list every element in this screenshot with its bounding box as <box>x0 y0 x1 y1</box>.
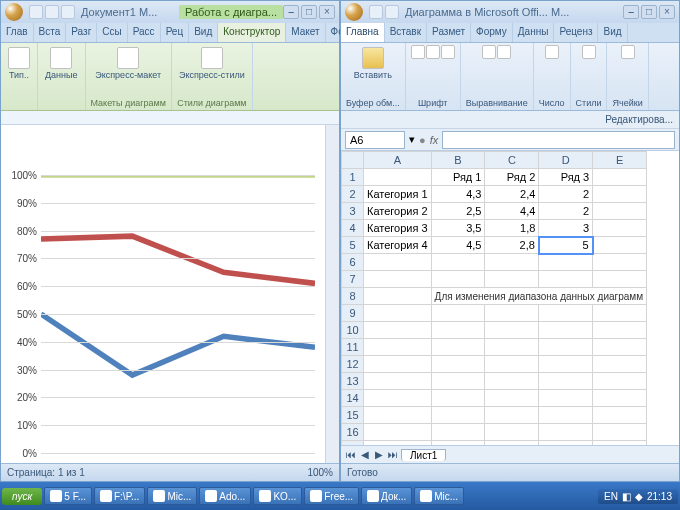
vertical-scrollbar[interactable] <box>325 125 339 463</box>
office-button[interactable] <box>345 3 363 21</box>
taskbar-item[interactable]: Mic... <box>414 487 464 505</box>
maximize-button[interactable]: □ <box>301 5 317 19</box>
bold-icon[interactable] <box>411 45 425 59</box>
maximize-button[interactable]: □ <box>641 5 657 19</box>
page-status: Страница: 1 из 1 <box>7 467 85 478</box>
tab-data[interactable]: Данны <box>513 23 555 42</box>
minimize-button[interactable]: ‒ <box>283 5 299 19</box>
worksheet-grid[interactable]: ABCDE1Ряд 1Ряд 2Ряд 32Категория 14,32,42… <box>341 151 679 445</box>
quick-styles-icon <box>201 47 223 69</box>
quick-layout-button[interactable]: Экспресс-макет <box>93 45 163 82</box>
system-tray: EN ◧ ◆ 21:13 <box>598 489 678 504</box>
chart-tools-context-tab[interactable]: Работа с диагра... <box>179 5 283 19</box>
tab-insert[interactable]: Вставк <box>385 23 427 42</box>
taskbar-item[interactable]: Mic... <box>147 487 197 505</box>
qat-undo-icon[interactable] <box>385 5 399 19</box>
tab-review[interactable]: Рец <box>161 23 190 42</box>
taskbar-item[interactable]: F:\P... <box>94 487 145 505</box>
qat-save-icon[interactable] <box>369 5 383 19</box>
quick-layout-icon <box>117 47 139 69</box>
close-button[interactable]: × <box>659 5 675 19</box>
chart-plot-area <box>41 175 315 453</box>
fx-icon[interactable]: fx <box>430 134 439 146</box>
ribbon-group-editing: Редактирова... <box>341 111 679 129</box>
zoom-level[interactable]: 100% <box>307 467 333 478</box>
close-button[interactable]: × <box>319 5 335 19</box>
windows-taskbar: пуск 5 F...F:\P...Mic...Ado...KO...Free.… <box>0 482 680 510</box>
fx-cancel-icon[interactable]: ● <box>419 134 426 146</box>
tab-insert[interactable]: Вста <box>34 23 67 42</box>
qat-save-icon[interactable] <box>29 5 43 19</box>
quick-access-toolbar <box>29 5 75 19</box>
formula-input[interactable] <box>442 131 675 149</box>
sheet-tab[interactable]: Лист1 <box>401 449 446 461</box>
office-button[interactable] <box>5 3 23 21</box>
namebox-dropdown-icon[interactable]: ▾ <box>409 133 415 146</box>
word-ribbon: Тип.. Данные Экспресс-макет Макеты диагр… <box>1 43 339 111</box>
sheet-nav-next-icon[interactable]: ▶ <box>373 449 385 461</box>
word-ribbon-tabs: Глав Вста Разг Ссы Расс Рец Вид Конструк… <box>1 23 339 43</box>
quick-styles-button[interactable]: Экспресс-стили <box>177 45 247 82</box>
excel-ribbon: Вставить Буфер обм... Шрифт Выравнивание… <box>341 43 679 111</box>
word-title: Документ1 M... <box>81 6 179 18</box>
sheet-nav-first-icon[interactable]: ⏮ <box>345 449 357 461</box>
chart-data-icon <box>50 47 72 69</box>
paste-icon <box>362 47 384 69</box>
word-titlebar: Документ1 M... Работа с диагра... ‒ □ × <box>1 1 339 23</box>
tab-chart-layout[interactable]: Макет <box>286 23 325 42</box>
tray-icon[interactable]: ◧ <box>622 491 631 502</box>
number-format-icon[interactable] <box>545 45 559 59</box>
sheet-nav-last-icon[interactable]: ⏭ <box>387 449 399 461</box>
word-window: Документ1 M... Работа с диагра... ‒ □ × … <box>0 0 340 482</box>
chart-y-axis: 0%10%20%30%40%50%60%70%80%90%100% <box>5 175 39 453</box>
tab-layout[interactable]: Разг <box>66 23 97 42</box>
start-button[interactable]: пуск <box>2 488 42 505</box>
taskbar-item[interactable]: Ado... <box>199 487 251 505</box>
excel-title: Диаграмма в Microsoft Offi... M... <box>405 6 623 18</box>
tab-mailings[interactable]: Расс <box>128 23 161 42</box>
tab-view[interactable]: Вид <box>598 23 627 42</box>
align-center-icon[interactable] <box>497 45 511 59</box>
chart-type-icon <box>8 47 30 69</box>
tab-home[interactable]: Глав <box>1 23 34 42</box>
document-area[interactable]: 0%10%20%30%40%50%60%70%80%90%100% <box>1 125 339 463</box>
cell-styles-icon[interactable] <box>582 45 596 59</box>
word-statusbar: Страница: 1 из 1 100% <box>1 463 339 481</box>
chart-object[interactable]: 0%10%20%30%40%50%60%70%80%90%100% <box>1 125 325 463</box>
language-indicator[interactable]: EN <box>604 491 618 502</box>
tray-icon[interactable]: ◆ <box>635 491 643 502</box>
chart-data-button[interactable]: Данные <box>43 45 80 82</box>
tab-home[interactable]: Главна <box>341 23 385 42</box>
tab-review[interactable]: Реценз <box>554 23 598 42</box>
excel-statusbar: Готово <box>341 463 679 481</box>
taskbar-item[interactable]: Free... <box>304 487 359 505</box>
excel-window: Диаграмма в Microsoft Offi... M... ‒ □ ×… <box>340 0 680 482</box>
paste-button[interactable]: Вставить <box>352 45 394 82</box>
align-left-icon[interactable] <box>482 45 496 59</box>
tab-references[interactable]: Ссы <box>97 23 127 42</box>
name-box[interactable]: A6 <box>345 131 405 149</box>
quick-access-toolbar <box>369 5 399 19</box>
excel-titlebar: Диаграмма в Microsoft Offi... M... ‒ □ × <box>341 1 679 23</box>
cells-icon[interactable] <box>621 45 635 59</box>
qat-undo-icon[interactable] <box>45 5 59 19</box>
taskbar-item[interactable]: KO... <box>253 487 302 505</box>
tab-design[interactable]: Конструктор <box>218 23 286 42</box>
sheet-tab-bar: ⏮ ◀ ▶ ⏭ Лист1 <box>341 445 679 463</box>
formula-bar: A6 ▾ ● fx <box>341 129 679 151</box>
tab-formulas[interactable]: Форму <box>471 23 513 42</box>
sheet-nav-prev-icon[interactable]: ◀ <box>359 449 371 461</box>
taskbar-item[interactable]: 5 F... <box>44 487 92 505</box>
minimize-button[interactable]: ‒ <box>623 5 639 19</box>
ruler <box>1 111 339 125</box>
taskbar-item[interactable]: Док... <box>361 487 412 505</box>
tab-page-layout[interactable]: Размет <box>427 23 471 42</box>
qat-redo-icon[interactable] <box>61 5 75 19</box>
status-ready: Готово <box>347 467 378 478</box>
clock[interactable]: 21:13 <box>647 491 672 502</box>
underline-icon[interactable] <box>441 45 455 59</box>
chart-type-button[interactable]: Тип.. <box>6 45 32 82</box>
excel-ribbon-tabs: Главна Вставк Размет Форму Данны Реценз … <box>341 23 679 43</box>
tab-view[interactable]: Вид <box>189 23 218 42</box>
italic-icon[interactable] <box>426 45 440 59</box>
